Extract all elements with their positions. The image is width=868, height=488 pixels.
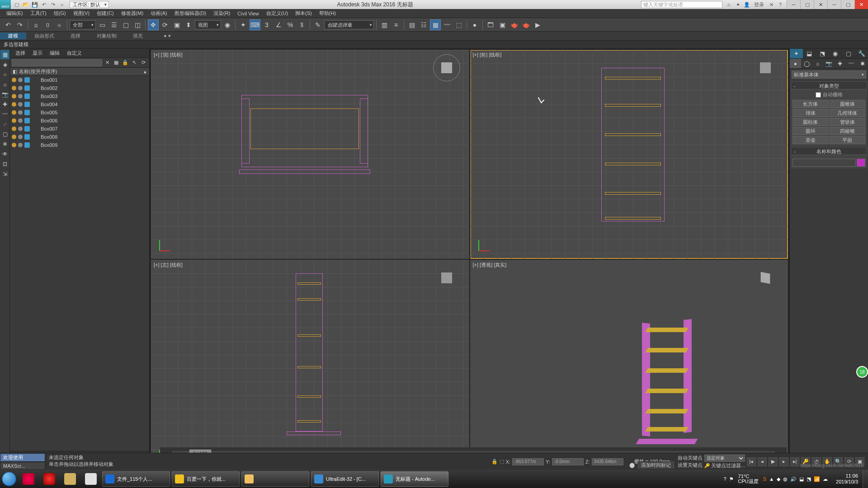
tray-icon6[interactable]: ⬔ [807, 476, 811, 482]
coord-z[interactable]: 3435.646m [592, 458, 623, 465]
se-lock-icon[interactable]: 🔒 [121, 59, 129, 67]
object-color-swatch[interactable] [857, 159, 865, 167]
taskbar-task[interactable]: 无标题 - Autode... [381, 471, 448, 487]
select-object-button[interactable]: ▭ [97, 19, 108, 30]
se-space-icon[interactable]: 〰 [0, 110, 9, 119]
menu-civilview[interactable]: Civil View [234, 11, 262, 16]
visibility-icon[interactable] [12, 86, 16, 90]
help-search-input[interactable]: 键入关键字或短语 [641, 1, 722, 8]
menu-rendering[interactable]: 渲染(R) [210, 10, 234, 17]
qat-open-icon[interactable]: 📂 [22, 1, 30, 8]
visibility-icon[interactable] [12, 118, 16, 123]
list-item[interactable]: Box008 [10, 133, 149, 141]
menu-group[interactable]: 组(G) [50, 10, 70, 17]
autokey-button[interactable]: 自动关键点 [678, 455, 703, 461]
primitive-button[interactable]: 圆环 [793, 127, 829, 135]
menu-modifiers[interactable]: 修改器(M) [118, 10, 147, 17]
cp-sub-spacewarps-icon[interactable]: 〰 [846, 59, 857, 68]
maximize-inner-button[interactable]: ▢ [800, 0, 814, 9]
key-target-dropdown[interactable]: 选定对象 [704, 455, 745, 462]
play-button[interactable]: ▶ [769, 457, 778, 466]
viewport-perspective[interactable]: [+] [透视] [真实] [470, 260, 788, 469]
list-item[interactable]: Box009 [10, 141, 149, 149]
se-tab-customize[interactable]: 自定义 [63, 50, 85, 56]
freeze-icon[interactable] [18, 102, 23, 107]
list-item[interactable]: Box006 [10, 117, 149, 125]
se-sync-icon[interactable]: ⟳ [139, 59, 147, 67]
primitive-button[interactable]: 管状体 [830, 118, 866, 126]
se-tab-display[interactable]: 显示 [29, 50, 46, 56]
undo-button[interactable]: ↶ [3, 19, 14, 30]
pin-app1[interactable] [19, 471, 38, 487]
primitive-button[interactable]: 四棱锥 [830, 127, 866, 135]
welcome-tab[interactable]: 欢迎使用 [0, 453, 45, 462]
ribbon-tab-freeform[interactable]: 自由形式 [26, 33, 62, 39]
primitive-button[interactable]: 平面 [830, 136, 866, 144]
render-prod-button[interactable]: ▶ [532, 19, 543, 30]
tray-sogou-icon[interactable]: S [763, 476, 766, 482]
se-xref-icon[interactable]: ⇲ [0, 169, 9, 178]
se-clear-icon[interactable]: ✕ [103, 59, 111, 67]
qat-undo-icon[interactable]: ↶ [40, 1, 48, 8]
curve-editor-button[interactable]: 〰 [442, 19, 453, 30]
se-frozen-icon[interactable]: ❄ [0, 140, 9, 149]
ribbon-tab-modeling[interactable]: 建模 [0, 33, 26, 39]
close-inner-button[interactable]: ✕ [814, 0, 827, 9]
visibility-icon[interactable] [12, 143, 16, 147]
rendered-frame-button[interactable]: ▣ [497, 19, 508, 30]
list-item[interactable]: Box007 [10, 125, 149, 133]
select-name-button[interactable]: ☰ [108, 19, 119, 30]
add-time-tag[interactable]: 添加时间标记 [637, 461, 675, 469]
freeze-icon[interactable] [18, 127, 23, 131]
spinner-snap-button[interactable]: ⥮ [297, 19, 307, 30]
minimize-inner-button[interactable]: ─ [787, 0, 800, 9]
menu-edit[interactable]: 编辑(E) [3, 10, 27, 17]
freeze-icon[interactable] [18, 118, 23, 123]
login-label[interactable]: 登录 [752, 1, 766, 8]
keyboard-shortcut-button[interactable]: ⌨ [250, 19, 260, 30]
freeze-icon[interactable] [18, 94, 23, 99]
coord-x[interactable]: -863.877m [512, 458, 544, 465]
se-shapes-icon[interactable]: ○ [0, 70, 9, 79]
edit-named-sel-button[interactable]: ✎ [312, 19, 323, 30]
se-tab-edit[interactable]: 编辑 [46, 50, 63, 56]
list-item[interactable]: Box001 [10, 76, 149, 84]
menu-tools[interactable]: 工具(T) [27, 10, 50, 17]
se-view-icon[interactable]: ▦ [112, 59, 120, 67]
menu-create[interactable]: 创建(C) [93, 10, 117, 17]
tray-icon1[interactable]: ▲ [769, 476, 774, 482]
visibility-icon[interactable] [12, 78, 16, 82]
primitive-button[interactable]: 圆锥体 [830, 100, 866, 108]
ribbon-tab-objectpaint[interactable]: 对象绘制 [89, 33, 125, 39]
viewport-top[interactable]: [+] [顶] [线框] [151, 50, 469, 259]
prev-frame-button[interactable]: ◂ [758, 457, 767, 466]
vp-left-label[interactable]: [+] [左] [线框] [154, 262, 183, 268]
geometry-category-dropdown[interactable]: 标准基本体 [792, 70, 866, 79]
scale-button[interactable]: ▣ [171, 19, 182, 30]
minimize-button[interactable]: ─ [827, 0, 841, 9]
viewcube-front[interactable] [752, 54, 779, 81]
ribbon-rec-icon[interactable]: ● ▾ [156, 33, 179, 39]
snap-3-button[interactable]: 3 [261, 19, 272, 30]
pin-app4[interactable] [81, 471, 101, 487]
viewcube-top[interactable] [433, 54, 460, 81]
show-desktop-button[interactable] [863, 470, 868, 488]
autogrid-checkbox[interactable]: 自动栅格 [793, 91, 865, 98]
qat-redo-icon[interactable]: ↷ [49, 1, 57, 8]
named-selection-set[interactable]: 创建选择集 [324, 20, 374, 29]
pivot-button[interactable]: ◉ [222, 19, 233, 30]
abs-rel-icon[interactable]: ⬚ [500, 459, 504, 465]
cp-sub-cameras-icon[interactable]: 📷 [823, 59, 835, 68]
taskbar-task[interactable]: 百度一下，你就... [172, 471, 240, 487]
list-item[interactable]: Box004 [10, 100, 149, 108]
se-display-all-icon[interactable]: ▦ [0, 50, 9, 59]
se-pick-icon[interactable]: ↖ [130, 59, 138, 67]
se-tab-select[interactable]: 选择 [12, 50, 29, 56]
taskbar-clock[interactable]: 11:062019/10/3 [831, 473, 863, 485]
user-icon[interactable]: 👤 [743, 1, 750, 8]
rollout-header-objtype[interactable]: 对象类型 [791, 81, 867, 89]
primitive-button[interactable]: 圆柱体 [793, 118, 829, 126]
star-icon[interactable]: ✦ [734, 1, 741, 8]
pin-app2[interactable] [39, 471, 59, 487]
angle-snap-button[interactable]: ∠ [273, 19, 284, 30]
